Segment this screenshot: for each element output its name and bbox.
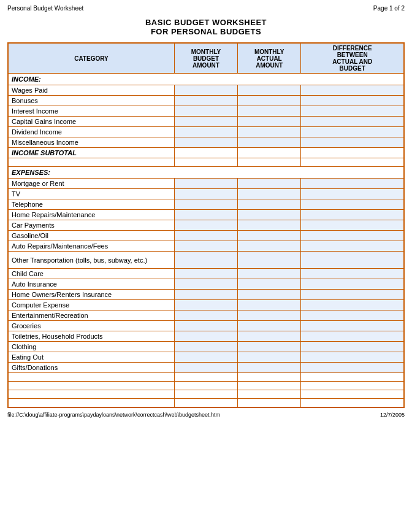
row-diff[interactable]: [301, 231, 404, 241]
row-actual[interactable]: [238, 106, 301, 117]
row-diff[interactable]: [301, 290, 404, 300]
empty-diff[interactable]: [301, 390, 404, 399]
empty-actual[interactable]: [238, 399, 301, 407]
row-actual[interactable]: [238, 199, 301, 210]
row-diff[interactable]: [301, 127, 404, 137]
empty-budget[interactable]: [174, 390, 237, 399]
empty-budget[interactable]: [174, 382, 237, 390]
row-budget[interactable]: [174, 252, 237, 269]
row-budget[interactable]: [174, 179, 237, 189]
row-budget[interactable]: [174, 310, 237, 321]
row-diff[interactable]: [301, 210, 404, 220]
row-diff[interactable]: [301, 189, 404, 199]
row-budget[interactable]: [174, 106, 237, 117]
row-diff[interactable]: [301, 241, 404, 252]
row-diff[interactable]: [301, 342, 404, 352]
row-budget[interactable]: [174, 241, 237, 252]
row-actual[interactable]: [238, 269, 301, 279]
empty-diff[interactable]: [301, 373, 404, 382]
empty-budget[interactable]: [174, 373, 237, 382]
row-actual[interactable]: [238, 127, 301, 137]
empty-actual[interactable]: [238, 158, 301, 167]
row-actual[interactable]: [238, 331, 301, 342]
row-diff[interactable]: [301, 269, 404, 279]
row-diff[interactable]: [301, 310, 404, 321]
row-actual[interactable]: [238, 310, 301, 321]
row-diff[interactable]: [301, 252, 404, 269]
row-label: Entertainment/Recreation: [9, 310, 175, 321]
row-budget[interactable]: [174, 321, 237, 331]
empty-actual[interactable]: [238, 382, 301, 390]
row-budget[interactable]: [174, 85, 237, 96]
doc-title: Personal Budget Worksheet: [7, 5, 83, 12]
row-actual[interactable]: [238, 300, 301, 310]
row-diff[interactable]: [301, 331, 404, 342]
row-budget[interactable]: [174, 199, 237, 210]
row-budget[interactable]: [174, 220, 237, 231]
row-actual[interactable]: [238, 96, 301, 106]
row-actual[interactable]: [238, 290, 301, 300]
row-budget[interactable]: [174, 290, 237, 300]
row-diff[interactable]: [301, 321, 404, 331]
row-label: Groceries: [9, 321, 175, 331]
empty-actual[interactable]: [238, 390, 301, 399]
row-budget[interactable]: [174, 269, 237, 279]
row-budget[interactable]: [174, 96, 237, 106]
row-diff[interactable]: [301, 220, 404, 231]
row-budget[interactable]: [174, 352, 237, 363]
col-header-category: CATEGORY: [9, 44, 175, 74]
row-diff[interactable]: [301, 137, 404, 148]
row-actual[interactable]: [238, 137, 301, 148]
row-actual[interactable]: [238, 241, 301, 252]
row-diff[interactable]: [301, 85, 404, 96]
row-actual[interactable]: [238, 220, 301, 231]
row-actual[interactable]: [238, 363, 301, 373]
row-budget[interactable]: [174, 300, 237, 310]
row-budget[interactable]: [174, 210, 237, 220]
empty-category: [9, 158, 175, 167]
row-actual[interactable]: [238, 352, 301, 363]
row-actual[interactable]: [238, 179, 301, 189]
row-diff[interactable]: [301, 300, 404, 310]
empty-budget[interactable]: [174, 399, 237, 407]
row-actual[interactable]: [238, 342, 301, 352]
row-actual[interactable]: [238, 231, 301, 241]
row-budget[interactable]: [174, 231, 237, 241]
empty-budget[interactable]: [174, 158, 237, 167]
empty-diff[interactable]: [301, 399, 404, 407]
row-budget[interactable]: [174, 279, 237, 290]
row-diff[interactable]: [301, 352, 404, 363]
row-diff[interactable]: [301, 179, 404, 189]
subtotal-actual[interactable]: [238, 148, 301, 158]
row-label: Interest Income: [9, 106, 175, 117]
empty-diff[interactable]: [301, 158, 404, 167]
subtotal-diff[interactable]: [301, 148, 404, 158]
empty-category: [9, 373, 175, 382]
row-diff[interactable]: [301, 279, 404, 290]
row-budget[interactable]: [174, 117, 237, 127]
row-diff[interactable]: [301, 363, 404, 373]
row-actual[interactable]: [238, 117, 301, 127]
row-diff[interactable]: [301, 117, 404, 127]
row-actual[interactable]: [238, 210, 301, 220]
row-diff[interactable]: [301, 199, 404, 210]
row-budget[interactable]: [174, 342, 237, 352]
subtotal-budget[interactable]: [174, 148, 237, 158]
row-budget[interactable]: [174, 137, 237, 148]
row-label: Car Payments: [9, 220, 175, 231]
row-budget[interactable]: [174, 363, 237, 373]
row-budget[interactable]: [174, 127, 237, 137]
row-actual[interactable]: [238, 321, 301, 331]
row-label: Dividend Income: [9, 127, 175, 137]
row-diff[interactable]: [301, 96, 404, 106]
row-actual[interactable]: [238, 252, 301, 269]
row-budget[interactable]: [174, 331, 237, 342]
footer-path: file://C:\doug\affiliate-programs\payday…: [7, 412, 220, 418]
empty-diff[interactable]: [301, 382, 404, 390]
row-actual[interactable]: [238, 189, 301, 199]
row-actual[interactable]: [238, 279, 301, 290]
row-budget[interactable]: [174, 189, 237, 199]
empty-actual[interactable]: [238, 373, 301, 382]
row-diff[interactable]: [301, 106, 404, 117]
row-actual[interactable]: [238, 85, 301, 96]
